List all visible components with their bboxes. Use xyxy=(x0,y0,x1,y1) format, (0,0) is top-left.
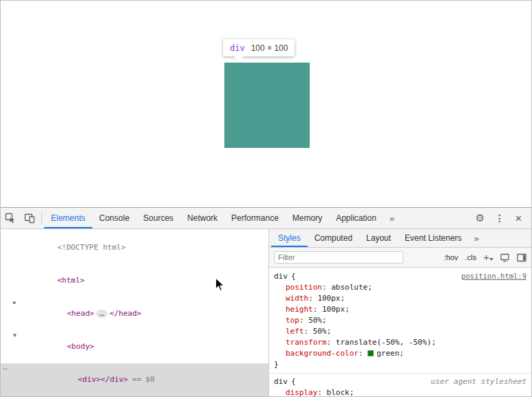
css-property-width[interactable]: width100px xyxy=(274,293,526,304)
devtools-toolbar: Elements Console Sources Network Perform… xyxy=(1,208,531,229)
devtools-content: <!DOCTYPE html> <html> ▶<head>…</head> ▼… xyxy=(1,229,531,396)
styles-filter-input[interactable] xyxy=(274,251,403,264)
settings-gear-icon[interactable]: ⚙ xyxy=(476,212,485,224)
rule-selector[interactable]: div xyxy=(274,271,288,282)
toggle-element-state-button[interactable]: :hov xyxy=(444,253,458,261)
color-swatch[interactable] xyxy=(368,350,374,356)
styles-toolbar: :hov .cls + xyxy=(269,248,531,268)
styles-sidebar: Styles Computed Layout Event Listeners »… xyxy=(269,229,531,396)
tab-network[interactable]: Network xyxy=(180,208,224,228)
tooltip-tag-name: div xyxy=(230,43,245,53)
browser-window: div 100 × 100 Elements xyxy=(0,0,532,397)
inspected-element-highlight[interactable] xyxy=(224,63,310,148)
tab-layout[interactable]: Layout xyxy=(359,229,398,247)
sidebar-toggle-icon[interactable] xyxy=(517,253,526,262)
tab-performance[interactable]: Performance xyxy=(224,208,286,228)
css-property-left[interactable]: left50% xyxy=(274,326,526,337)
mouse-cursor xyxy=(215,277,226,292)
dollar-zero-marker: $0 xyxy=(145,375,154,384)
more-sidebar-tabs-button[interactable]: » xyxy=(469,229,485,247)
tab-computed[interactable]: Computed xyxy=(308,229,359,247)
user-agent-stylesheet-label: user agent stylesheet xyxy=(431,376,526,387)
expand-arrow-icon[interactable]: ▶ xyxy=(13,297,17,308)
element-size-tooltip: div 100 × 100 xyxy=(223,39,295,56)
css-property-background-color[interactable]: background-colorgreen xyxy=(274,348,526,359)
tab-console[interactable]: Console xyxy=(92,208,136,228)
css-rule-matched: div{ position.html:9 positionabsolute wi… xyxy=(269,268,531,374)
body-node[interactable]: ▼<body> xyxy=(1,330,268,363)
node-options-dots[interactable]: … xyxy=(3,362,8,373)
close-devtools-icon[interactable]: ✕ xyxy=(515,213,522,224)
new-style-rule-button[interactable]: + xyxy=(483,253,493,261)
html-open-node[interactable]: <html> xyxy=(1,264,268,297)
rendering-panels-icon[interactable] xyxy=(500,253,510,262)
tooltip-caret xyxy=(234,56,244,61)
tab-event-listeners[interactable]: Event Listeners xyxy=(398,229,469,247)
dom-tree-pane: <!DOCTYPE html> <html> ▶<head>…</head> ▼… xyxy=(1,229,269,396)
inspect-element-button[interactable] xyxy=(1,208,20,228)
element-classes-button[interactable]: .cls xyxy=(465,253,477,261)
device-toolbar-icon xyxy=(24,213,35,224)
tab-application[interactable]: Application xyxy=(329,208,383,228)
doctype-node[interactable]: <!DOCTYPE html> xyxy=(1,231,268,264)
device-toolbar-button[interactable] xyxy=(20,208,39,228)
devtools-tabs: Elements Console Sources Network Perform… xyxy=(44,208,401,228)
tab-styles[interactable]: Styles xyxy=(271,229,308,247)
tab-memory[interactable]: Memory xyxy=(286,208,329,228)
equals-marker: == xyxy=(132,375,141,384)
css-rule-user-agent: div{ user agent stylesheet displayblock … xyxy=(269,374,531,396)
rule-header: div{ user agent stylesheet xyxy=(274,376,526,387)
page-viewport: div 100 × 100 xyxy=(1,1,531,207)
more-tabs-button[interactable]: » xyxy=(383,208,401,228)
devtools-panel: Elements Console Sources Network Perform… xyxy=(1,207,531,396)
css-property-transform[interactable]: transformtranslate(-50%, -50%) xyxy=(274,337,526,348)
css-property-position[interactable]: positionabsolute xyxy=(274,282,526,293)
toolbar-right-controls: ⚙ ⋮ ✕ xyxy=(476,208,531,228)
css-property-display[interactable]: displayblock xyxy=(274,387,526,396)
tab-sources[interactable]: Sources xyxy=(136,208,180,228)
menu-kebab-icon[interactable]: ⋮ xyxy=(495,213,504,224)
sidebar-tabs: Styles Computed Layout Event Listeners » xyxy=(269,229,531,248)
toolbar-separator xyxy=(41,212,42,224)
css-property-height[interactable]: height100px xyxy=(274,304,526,315)
head-node[interactable]: ▶<head>…</head> xyxy=(1,297,268,330)
collapse-arrow-icon[interactable]: ▼ xyxy=(13,330,17,341)
tooltip-dimensions: 100 × 100 xyxy=(251,43,288,53)
css-property-top[interactable]: top50% xyxy=(274,315,526,326)
stylesheet-source-link[interactable]: position.html:9 xyxy=(461,270,526,281)
expand-children-button[interactable]: … xyxy=(96,310,107,318)
div-node-selected[interactable]: …<div></div>==$0 xyxy=(1,363,268,396)
rule-selector[interactable]: div xyxy=(274,376,288,387)
rule-header: div{ position.html:9 xyxy=(274,270,526,282)
css-rules-list: div{ position.html:9 positionabsolute wi… xyxy=(269,268,531,396)
inspect-cursor-icon xyxy=(5,213,16,224)
tab-elements[interactable]: Elements xyxy=(44,208,92,228)
rule-close-brace: } xyxy=(274,359,526,370)
